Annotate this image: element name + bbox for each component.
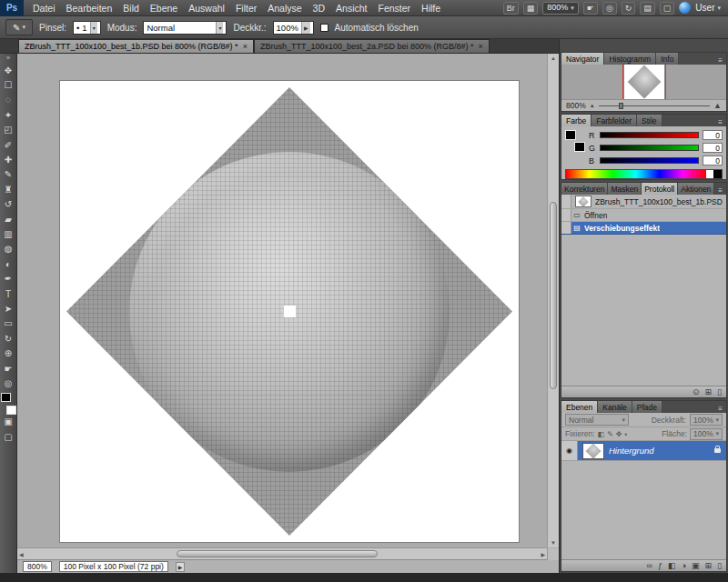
navigator-zoom-slider[interactable] xyxy=(599,105,710,106)
pen-tool[interactable]: ✒ xyxy=(1,271,16,286)
close-icon[interactable]: × xyxy=(243,42,248,51)
status-menu-arrow-icon[interactable]: ▶ xyxy=(176,562,186,572)
blue-slider[interactable] xyxy=(600,157,699,164)
blue-value[interactable]: 0 xyxy=(703,156,723,166)
tab-farbfelder[interactable]: Farbfelder xyxy=(592,115,637,126)
bridge-icon[interactable]: Br xyxy=(503,2,519,15)
eraser-tool[interactable]: ▰ xyxy=(1,212,16,226)
tab-farbe[interactable]: Farbe xyxy=(561,115,592,126)
panel-menu-icon[interactable]: ≡ xyxy=(714,118,726,126)
auto-erase-checkbox[interactable] xyxy=(320,24,329,32)
lock-all-icon[interactable]: ▪ xyxy=(625,430,628,438)
brush-size-picker[interactable]: • 1 ▾ xyxy=(73,21,101,35)
menu-auswahl[interactable]: Auswahl xyxy=(183,0,230,16)
history-entry-open[interactable]: ▭ Öffnen xyxy=(561,209,726,222)
screen-mode-icon[interactable]: ▢ xyxy=(660,2,675,15)
tab-korrekturen[interactable]: Korrekturen xyxy=(561,183,608,195)
layer-row-hintergrund[interactable]: ◉ Hintergrund xyxy=(561,441,726,461)
color-swatches[interactable] xyxy=(1,393,16,415)
lock-position-icon[interactable]: ✥ xyxy=(616,430,622,438)
layer-fill-field[interactable]: 100% ▾ xyxy=(690,428,723,440)
green-slider[interactable] xyxy=(600,145,699,151)
foreground-color-swatch[interactable] xyxy=(1,393,11,402)
color-spectrum-ramp[interactable] xyxy=(565,169,723,179)
lasso-tool[interactable]: ◌ xyxy=(1,93,16,107)
hand-tool[interactable]: ☛ xyxy=(1,361,16,376)
rotate-view-icon[interactable]: ↻ xyxy=(622,2,636,15)
layer-blend-mode-select[interactable]: Normal ▾ xyxy=(565,414,629,426)
workspace-switcher[interactable]: User ▾ xyxy=(695,3,721,13)
zoom-in-icon[interactable]: ▲ xyxy=(713,101,722,110)
link-layers-icon[interactable]: ∞ xyxy=(647,561,652,570)
navigator-zoom-knob[interactable] xyxy=(619,103,623,109)
foreground-color-mini[interactable] xyxy=(565,130,576,140)
screen-mode-button[interactable]: ▢ xyxy=(1,429,16,444)
blend-mode-select[interactable]: Normal ▾ xyxy=(143,21,227,35)
history-source-well[interactable] xyxy=(561,209,571,221)
tab-stile[interactable]: Stile xyxy=(637,115,662,126)
palette-collapse-icon[interactable]: » xyxy=(6,55,10,63)
panel-menu-icon[interactable]: ≡ xyxy=(714,56,726,65)
scroll-up-icon[interactable]: ▲ xyxy=(551,55,556,61)
tab-masken[interactable]: Masken xyxy=(608,183,642,195)
panel-menu-icon[interactable]: ≡ xyxy=(714,186,726,195)
status-zoom-field[interactable]: 800% xyxy=(23,561,52,572)
move-tool[interactable]: ✥ xyxy=(1,63,16,77)
layer-thumbnail[interactable] xyxy=(582,443,604,459)
vertical-scrollbar[interactable]: ▲ ▼ xyxy=(547,54,559,547)
tab-kanaele[interactable]: Kanäle xyxy=(598,401,632,413)
tab-navigator[interactable]: Navigator xyxy=(561,53,604,65)
layer-visibility-toggle[interactable]: ◉ xyxy=(561,441,578,460)
menu-fenster[interactable]: Fenster xyxy=(372,0,416,16)
trash-icon[interactable]: ▯ xyxy=(717,561,722,570)
menu-bild[interactable]: Bild xyxy=(117,0,145,16)
spot-healing-brush-tool[interactable]: ✚ xyxy=(1,152,16,166)
menu-ebene[interactable]: Ebene xyxy=(145,0,183,16)
tool-preset-picker[interactable]: ✎ ▾ xyxy=(5,19,33,35)
adjustment-layer-icon[interactable]: ◑ xyxy=(682,561,686,570)
tab-pfade[interactable]: Pfade xyxy=(632,401,662,413)
tab-aktionen[interactable]: Aktionen xyxy=(678,183,714,195)
menu-analyse[interactable]: Analyse xyxy=(262,0,307,16)
trash-icon[interactable]: ▯ xyxy=(717,387,722,396)
history-entry-offset[interactable]: ▤ Verschiebungseffekt xyxy=(561,222,726,235)
rectangle-shape-tool[interactable]: ▭ xyxy=(1,316,16,331)
tab-info[interactable]: Info xyxy=(656,53,679,65)
layer-group-icon[interactable]: ▣ xyxy=(692,561,700,570)
navigator-proxy[interactable] xyxy=(623,65,665,99)
canvas[interactable] xyxy=(59,80,520,543)
menu-filter[interactable]: Filter xyxy=(230,0,262,16)
3d-rotate-tool[interactable]: ↻ xyxy=(1,331,16,346)
quick-mask-button[interactable]: ▣ xyxy=(1,415,16,429)
scroll-left-icon[interactable]: ◀ xyxy=(19,551,24,557)
type-tool[interactable]: T xyxy=(1,286,16,301)
background-color-swatch[interactable] xyxy=(6,406,16,415)
horizontal-scroll-thumb[interactable] xyxy=(177,550,378,557)
rectangular-marquee-tool[interactable]: ☐ xyxy=(1,77,16,92)
layer-opacity-field[interactable]: 100% ▾ xyxy=(690,414,723,426)
history-source-well[interactable] xyxy=(561,195,571,208)
menu-datei[interactable]: Datei xyxy=(27,0,61,16)
menu-3d[interactable]: 3D xyxy=(308,0,330,16)
zoom-out-icon[interactable]: ▲ xyxy=(590,103,595,108)
brush-tool[interactable]: ✎ xyxy=(1,167,16,182)
doc-tab-2[interactable]: ZBrush_TTT_100x100_best_2a.PSD bei 800% … xyxy=(254,39,490,53)
clone-stamp-tool[interactable]: ♜ xyxy=(1,182,16,196)
view-extras-icon[interactable]: ▦ xyxy=(523,2,539,15)
close-icon[interactable]: × xyxy=(479,42,483,51)
scroll-down-icon[interactable]: ▼ xyxy=(551,540,556,546)
blur-tool[interactable]: ◍ xyxy=(1,242,16,256)
lock-pixels-icon[interactable]: ✎ xyxy=(607,430,613,438)
tab-protokoll[interactable]: Protokoll xyxy=(642,183,678,195)
history-brush-tool[interactable]: ↺ xyxy=(1,197,16,212)
panel-menu-icon[interactable]: ≡ xyxy=(714,405,726,413)
vertical-scroll-thumb[interactable] xyxy=(550,202,557,389)
green-value[interactable]: 0 xyxy=(703,143,723,153)
3d-orbit-tool[interactable]: ⊕ xyxy=(1,346,16,360)
scroll-right-icon[interactable]: ▶ xyxy=(541,551,545,557)
menu-bearbeiten[interactable]: Bearbeiten xyxy=(61,0,118,16)
doc-tab-1[interactable]: ZBrush_TTT_100x100_best_1b.PSD bei 800% … xyxy=(18,39,254,53)
zoom-tool[interactable]: ◎ xyxy=(1,376,16,390)
foreground-background-swatches[interactable] xyxy=(565,130,585,152)
gradient-tool[interactable]: ▥ xyxy=(1,226,16,241)
